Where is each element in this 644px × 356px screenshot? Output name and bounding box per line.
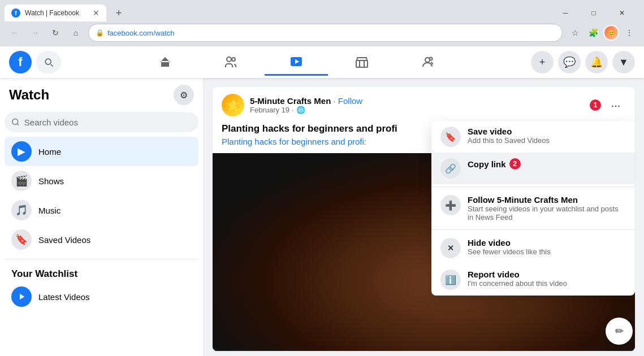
home-button[interactable]: ⌂ [68, 25, 84, 41]
hide-video-icon: ✕ [440, 238, 461, 258]
search-bar[interactable] [5, 112, 198, 132]
music-icon: 🎵 [11, 200, 32, 220]
minimize-button[interactable]: ─ [552, 5, 578, 21]
extensions-icon[interactable]: 🧩 [585, 25, 601, 41]
post-card: 🌟 5-Minute Crafts Men · Follow February … [213, 87, 635, 351]
sidebar-item-shows[interactable]: 🎬 Shows [5, 166, 198, 196]
saved-icon: 🔖 [11, 229, 32, 250]
browser-tab[interactable]: f Watch | Facebook ✕ [5, 5, 106, 21]
close-button[interactable]: ✕ [609, 5, 635, 21]
back-button[interactable]: ← [7, 25, 23, 41]
watch-icon [289, 55, 303, 68]
follow-link[interactable]: · Follow [334, 96, 363, 106]
home-icon: ▶ [11, 141, 32, 162]
sidebar-item-saved[interactable]: 🔖 Saved Videos [5, 225, 198, 254]
shows-icon: 🎬 [11, 171, 32, 191]
bookmark-icon[interactable]: ☆ [567, 25, 583, 41]
follow-text: Follow 5-Minute Crafts Men Start seeing … [468, 195, 626, 222]
compose-button[interactable]: ✏ [606, 318, 633, 345]
forward-button[interactable]: → [27, 25, 43, 41]
home-icon [158, 55, 172, 69]
new-tab-button[interactable]: + [111, 5, 127, 21]
follow-desc: Start seeing videos in your watchlist an… [468, 205, 626, 222]
copy-link-menu-item[interactable]: 🔗 Copy link 2 [431, 153, 635, 184]
watchlist-title: Your Watchlist [5, 264, 198, 282]
save-video-text: Save video Add this to Saved Videos [468, 127, 626, 145]
hide-video-title: Hide video [468, 238, 626, 248]
nav-marketplace[interactable] [330, 49, 394, 76]
menu-divider [431, 186, 635, 187]
security-icon: 🔒 [96, 29, 104, 37]
svg-point-1 [232, 58, 235, 61]
save-video-desc: Add this to Saved Videos [468, 136, 626, 145]
tab-close-button[interactable]: ✕ [93, 8, 100, 18]
svg-point-7 [12, 119, 18, 124]
report-video-menu-item[interactable]: ℹ️ Report video I'm concerned about this… [431, 264, 635, 296]
refresh-button[interactable]: ↻ [47, 25, 63, 41]
search-icon [43, 57, 54, 68]
copy-link-text: Copy link 2 [468, 158, 626, 170]
friends-icon [224, 55, 237, 69]
menu-icon[interactable]: ⋮ [621, 25, 637, 41]
user-extension-icon[interactable]: 😊 [603, 25, 619, 41]
post-meta: 5-Minute Crafts Men · Follow February 19… [250, 96, 584, 114]
more-options-button[interactable]: ··· [606, 95, 626, 115]
notifications-button[interactable]: 🔔 [585, 51, 608, 73]
post-avatar: 🌟 [222, 94, 244, 116]
user-avatar: 😊 [604, 26, 618, 40]
save-video-title: Save video [468, 127, 626, 136]
sidebar-item-latest[interactable]: Latest Videos [5, 282, 198, 311]
url-bar[interactable]: 🔒 facebook.com/watch [88, 24, 563, 42]
post-actions: 1 ··· [590, 95, 626, 115]
report-video-desc: I'm concerned about this video [468, 279, 626, 288]
global-search-button[interactable] [36, 51, 61, 73]
play-icon [11, 286, 32, 307]
maximize-button[interactable]: □ [581, 5, 607, 21]
post-date: February 19 · 🌐 [250, 106, 584, 114]
report-video-icon: ℹ️ [440, 270, 461, 290]
follow-icon: ➕ [440, 195, 461, 215]
latest-videos-label: Latest Videos [38, 292, 90, 302]
notification-badge: 1 [590, 99, 601, 111]
account-menu-button[interactable]: ▼ [612, 51, 635, 73]
svg-marker-8 [20, 294, 24, 300]
globe-icon: 🌐 [296, 106, 305, 114]
sidebar-item-label: Saved Videos [38, 235, 90, 245]
video-feed: 🌟 5-Minute Crafts Men · Follow February … [204, 78, 644, 356]
follow-menu-item[interactable]: ➕ Follow 5-Minute Crafts Men Start seein… [431, 189, 635, 227]
follow-title: Follow 5-Minute Crafts Men [468, 195, 626, 205]
sidebar-item-label: Music [38, 206, 60, 215]
messenger-button[interactable]: 💬 [558, 51, 581, 73]
tab-title: Watch | Facebook [25, 9, 88, 17]
groups-icon [421, 55, 434, 69]
nav-groups[interactable] [396, 49, 459, 76]
nav-friends[interactable] [199, 49, 262, 76]
facebook-logo[interactable]: f [9, 51, 32, 73]
hide-video-text: Hide video See fewer videos like this [468, 238, 626, 256]
nav-watch[interactable] [265, 49, 328, 76]
sidebar-header: Watch ⚙ [5, 85, 198, 112]
settings-button[interactable]: ⚙ [174, 85, 194, 105]
copy-link-title: Copy link [468, 159, 506, 169]
top-navigation: f [0, 46, 644, 78]
hide-video-menu-item[interactable]: ✕ Hide video See fewer videos like this [431, 232, 635, 264]
marketplace-icon [355, 55, 369, 69]
menu-divider-2 [431, 229, 635, 230]
nav-home[interactable] [133, 49, 197, 76]
search-icon [11, 118, 20, 127]
search-input[interactable] [24, 118, 192, 127]
hide-video-desc: See fewer videos like this [468, 248, 626, 256]
sidebar-item-music[interactable]: 🎵 Music [5, 196, 198, 225]
context-menu: 🔖 Save video Add this to Saved Videos 🔗 … [431, 121, 635, 296]
tab-favicon: f [11, 8, 20, 18]
report-video-title: Report video [468, 270, 626, 279]
post-author: 5-Minute Crafts Men · Follow [250, 96, 584, 106]
sidebar-item-label: Home [38, 147, 61, 157]
sidebar-item-home[interactable]: ▶ Home [5, 137, 198, 166]
svg-point-6 [429, 58, 432, 60]
sidebar: Watch ⚙ ▶ Home 🎬 Shows 🎵 Music [0, 78, 204, 356]
report-video-text: Report video I'm concerned about this vi… [468, 270, 626, 288]
create-button[interactable]: + [531, 51, 554, 73]
sidebar-divider [5, 259, 198, 259]
save-video-menu-item[interactable]: 🔖 Save video Add this to Saved Videos [431, 121, 635, 153]
